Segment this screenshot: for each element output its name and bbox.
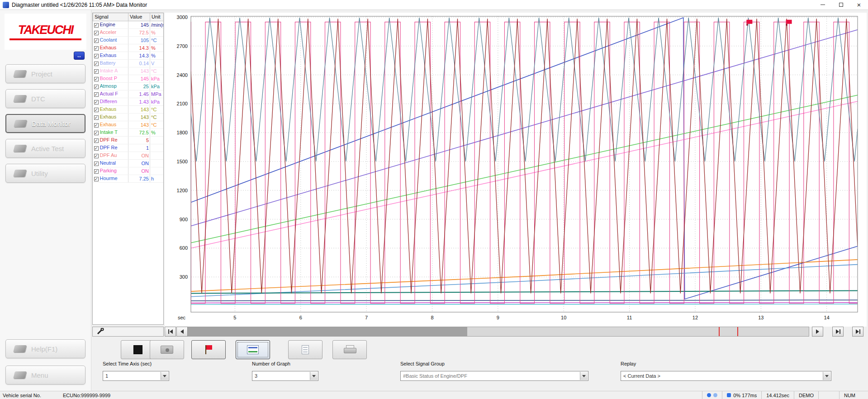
- column-unit: Unit: [150, 13, 164, 21]
- sidebar-item-project[interactable]: Project: [5, 64, 85, 83]
- signal-row: ✓DPF Re5: [93, 136, 164, 144]
- signal-checkbox[interactable]: ✓: [94, 177, 99, 181]
- signal-checkbox[interactable]: ✓: [94, 100, 99, 104]
- collapse-row: ↔: [0, 50, 91, 60]
- sidebar-item-label: Data Monitor: [32, 120, 71, 128]
- window-controls: ×: [814, 0, 868, 10]
- chevron-down-icon[interactable]: [161, 372, 168, 380]
- signal-checkbox[interactable]: ✓: [94, 38, 99, 43]
- signal-value: 145: [128, 75, 150, 82]
- app-icon: [3, 2, 9, 8]
- signal-name: Differen: [100, 99, 117, 104]
- sidebar-item-dtc[interactable]: DTC: [5, 89, 85, 108]
- signal-name: Boost P: [100, 76, 118, 81]
- prev-frame-button[interactable]: [176, 327, 188, 337]
- svg-text:11: 11: [627, 315, 632, 320]
- maximize-button[interactable]: [832, 0, 850, 10]
- signal-unit: kPa: [150, 75, 164, 82]
- report-button[interactable]: [288, 340, 323, 359]
- print-button[interactable]: [332, 340, 367, 359]
- graph-count-value: 3: [255, 373, 257, 379]
- signal-checkbox[interactable]: ✓: [94, 54, 99, 58]
- signal-checkbox[interactable]: ✓: [94, 108, 99, 112]
- signal-checkbox[interactable]: ✓: [94, 138, 99, 143]
- time-axis-combobox[interactable]: 1: [103, 371, 169, 381]
- signal-value: 1.45: [128, 90, 150, 98]
- sidebar: TAKEUCHI ↔ ProjectDTCData MonitorActive …: [0, 10, 91, 391]
- signal-row: ✓DPF AuON: [93, 152, 164, 159]
- signal-unit: [150, 144, 164, 152]
- sidebar-item-utility[interactable]: Utility: [5, 164, 85, 183]
- signal-checkbox[interactable]: ✓: [94, 123, 99, 128]
- flag-marker-icon: [746, 20, 752, 24]
- signal-checkbox[interactable]: ✓: [94, 115, 99, 120]
- signal-row: ✓Actual F1.45MPa: [93, 90, 164, 98]
- signal-name: Engine: [100, 22, 115, 27]
- signal-checkbox[interactable]: ✓: [94, 46, 99, 51]
- playback-scrollbar[interactable]: [188, 327, 809, 337]
- signal-table-panel: Signal Value Unit ✓Engine145/min(r✓Accel…: [92, 13, 164, 325]
- svg-text:900: 900: [180, 217, 188, 222]
- play-button[interactable]: [812, 327, 823, 337]
- signal-group-value: #Basic Status of Engine/DPF: [403, 373, 467, 379]
- signal-name: Parking: [100, 168, 117, 173]
- signal-value: 1.43: [128, 98, 150, 105]
- chevron-down-icon[interactable]: [823, 372, 830, 380]
- signal-checkbox[interactable]: ✓: [94, 77, 99, 81]
- replay-label: Replay: [621, 361, 831, 368]
- sidebar-nav: ProjectDTCData MonitorActive TestUtility: [0, 60, 91, 183]
- window-title: Diagmaster untitled <1/26/2026 11:05 AM>…: [12, 2, 147, 8]
- signal-checkbox[interactable]: ✓: [94, 162, 99, 166]
- graph-count-combobox[interactable]: 3: [252, 371, 318, 381]
- signal-row: ✓Exhaus14.3%: [93, 44, 164, 52]
- svg-text:300: 300: [180, 274, 188, 280]
- signal-value: 143: [128, 67, 150, 75]
- signal-checkbox[interactable]: ✓: [94, 62, 99, 66]
- first-frame-button[interactable]: [165, 327, 176, 337]
- graph-count-label: Number of Graph: [252, 361, 318, 368]
- svg-text:3000: 3000: [177, 14, 188, 20]
- last-frame-button[interactable]: [852, 327, 863, 337]
- signal-checkbox[interactable]: ✓: [94, 85, 99, 89]
- signal-unit: °C: [150, 67, 164, 75]
- close-icon: ×: [857, 1, 861, 8]
- signal-checkbox[interactable]: ✓: [94, 146, 99, 151]
- signal-value: 0.14: [128, 59, 150, 67]
- snapshot-button[interactable]: [150, 340, 184, 359]
- play-icon: [816, 329, 819, 334]
- signal-group-combobox[interactable]: #Basic Status of Engine/DPF: [400, 371, 588, 381]
- chevron-down-icon[interactable]: [580, 372, 588, 380]
- signal-checkbox[interactable]: ✓: [94, 169, 99, 174]
- scrollbar-elapsed[interactable]: [188, 327, 467, 336]
- minimize-button[interactable]: [814, 0, 832, 10]
- replay-combobox[interactable]: < Current Data >: [621, 371, 831, 381]
- signal-checkbox[interactable]: ✓: [94, 69, 99, 74]
- signal-checkbox[interactable]: ✓: [94, 131, 99, 135]
- signal-name: Exhaus: [100, 106, 117, 112]
- close-button[interactable]: ×: [850, 0, 868, 10]
- signal-row: ✓Engine145/min(r: [93, 21, 164, 28]
- sidebar-item-data-monitor[interactable]: Data Monitor: [5, 114, 85, 133]
- collapse-sidebar-button[interactable]: ↔: [74, 52, 85, 60]
- replay-value: < Current Data >: [623, 373, 660, 379]
- svg-text:600: 600: [180, 245, 188, 251]
- time-axis-label: Select Time Axis (sec): [103, 361, 169, 368]
- signal-checkbox[interactable]: ✓: [94, 23, 99, 28]
- signal-checkbox[interactable]: ✓: [94, 92, 99, 97]
- signal-name: Coolant: [100, 37, 117, 43]
- signal-checkbox[interactable]: ✓: [94, 31, 99, 35]
- elapsed-time-text: 14.412sec: [766, 393, 789, 398]
- brand-logo: TAKEUCHI: [5, 14, 86, 50]
- svg-text:2700: 2700: [177, 43, 188, 49]
- graph-icon: [247, 345, 259, 354]
- triangle-left-icon: [170, 329, 173, 334]
- signal-value: 72.5: [128, 28, 150, 36]
- next-frame-button[interactable]: [832, 327, 844, 337]
- flag-button[interactable]: [191, 340, 226, 359]
- signal-checkbox[interactable]: ✓: [94, 154, 99, 158]
- signal-value: 14.3: [128, 44, 150, 52]
- signal-row: ✓Acceler72.5%: [93, 28, 164, 36]
- graph-layout-button[interactable]: [236, 340, 270, 359]
- chevron-down-icon[interactable]: [310, 372, 318, 380]
- sidebar-item-active-test[interactable]: Active Test: [5, 139, 85, 158]
